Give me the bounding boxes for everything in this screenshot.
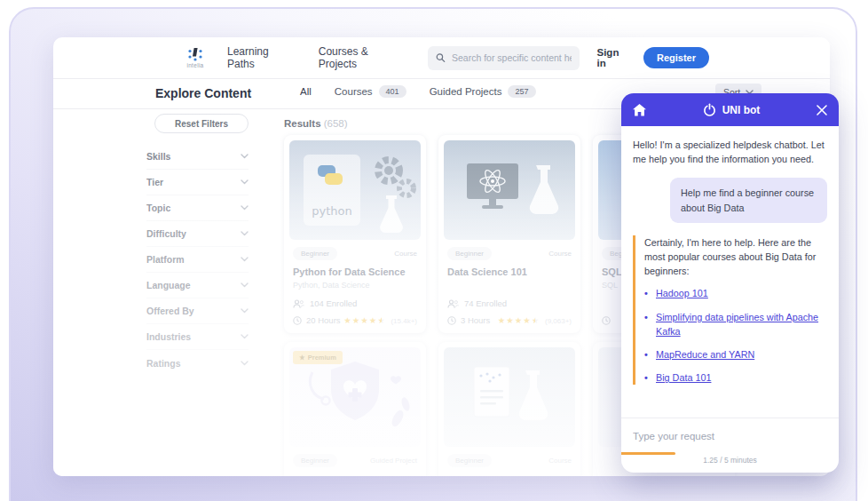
filter-ratings[interactable]: Ratings	[146, 350, 249, 376]
document-flask-illustration	[444, 347, 575, 447]
filter-language[interactable]: Language	[146, 273, 249, 298]
tab-courses[interactable]: Courses 401	[335, 85, 406, 98]
premium-badge: ★ Premium	[293, 351, 343, 364]
duration: 20 Hours	[293, 315, 341, 325]
list-item: MapReduce and YARN	[644, 347, 827, 362]
filter-industries[interactable]: Industries	[146, 324, 249, 350]
chevron-down-icon	[241, 205, 249, 211]
nav-courses-projects[interactable]: Courses & Projects	[319, 45, 406, 70]
bot-greeting-message: Hello! I'm a specialized helpdesk chatbo…	[633, 138, 827, 166]
chatbot-footer: 1.25 / 5 minutes	[621, 418, 839, 473]
star-icons: ★★★★	[498, 315, 532, 325]
level-badge: Beginner	[447, 247, 492, 260]
filter-topic[interactable]: Topic	[146, 195, 249, 221]
session-progress-bar	[621, 452, 675, 455]
level-badge: Beginner	[447, 454, 492, 467]
unibot-logo-icon	[703, 103, 716, 116]
chevron-down-icon	[241, 154, 249, 159]
nav-learning-paths[interactable]: Learning Paths	[227, 45, 296, 70]
level-badge: Beginner	[293, 454, 337, 467]
filter-difficulty[interactable]: Difficulty	[146, 221, 249, 247]
search-input[interactable]	[452, 52, 572, 63]
brand-logo[interactable]: intelia	[186, 48, 204, 68]
half-star-icon: ★	[532, 315, 541, 325]
tab-guided-projects[interactable]: Guided Projects 257	[430, 85, 536, 98]
results-heading: Results (658)	[284, 118, 348, 129]
people-icon	[447, 299, 459, 308]
people-icon	[293, 299, 304, 308]
python-flask-gears-illustration: python	[289, 140, 421, 240]
course-card-healthcare[interactable]: ★ Premium	[284, 342, 426, 476]
rating-count: (9,063+)	[545, 317, 572, 325]
chevron-down-icon	[241, 361, 249, 366]
link-big-data-101[interactable]: Big Data 101	[656, 372, 711, 383]
duration: 3 Hours	[447, 315, 490, 325]
card-badge-row: Beginner Course	[447, 247, 572, 260]
course-card-data-science[interactable]: Beginner Course Data Science 101 74 Enro…	[438, 135, 580, 333]
content-tabs: All Courses 401 Guided Projects 257	[300, 85, 536, 98]
content-type-label: Course	[548, 250, 572, 258]
level-badge: Beginner	[293, 247, 337, 260]
chatbot-messages: Hello! I'm a specialized helpdesk chatbo…	[621, 126, 839, 418]
reset-filters-button[interactable]: Reset Filters	[154, 114, 249, 133]
chatbot-panel: UNI bot Hello! I'm a specialized helpdes…	[621, 93, 839, 473]
tab-guided-projects-label: Guided Projects	[430, 86, 502, 97]
filter-platform[interactable]: Platform	[146, 247, 249, 273]
search-box[interactable]	[428, 46, 579, 70]
link-hadoop-101[interactable]: Hadoop 101	[656, 288, 708, 298]
home-button[interactable]	[633, 104, 646, 116]
bot-response-intro: Certainly, I'm here to help. Here are th…	[644, 235, 827, 279]
rating: ★★★★★ (15.4k+)	[343, 315, 417, 325]
link-apache-kafka[interactable]: Simplifying data pipelines with Apache K…	[656, 312, 818, 337]
tab-courses-label: Courses	[335, 86, 373, 97]
course-card-report[interactable]: Beginner Course	[438, 342, 580, 476]
course-link-list: Hadoop 101 Simplifying data pipelines wi…	[644, 286, 827, 385]
card-meta-row: 3 Hours ★★★★★ (9,063+)	[447, 315, 572, 325]
filter-sidebar: Reset Filters Skills Tier Topic Difficul…	[146, 114, 249, 376]
top-navbar: intelia Learning Paths Courses & Project…	[53, 37, 830, 78]
half-star-icon: ★	[377, 315, 386, 325]
register-button[interactable]: Register	[643, 47, 709, 68]
list-item: Hadoop 101	[644, 286, 827, 300]
filter-offered-by[interactable]: Offered By	[146, 298, 249, 324]
duration-label: 20 Hours	[306, 315, 341, 325]
rating-count: (15.4k+)	[391, 317, 417, 325]
chevron-down-icon	[241, 308, 249, 314]
card-badge-row: Beginner Course	[293, 247, 417, 260]
results-label: Results	[284, 118, 321, 129]
chevron-down-icon	[241, 334, 249, 339]
enrolled-row: 104 Enrolled	[293, 298, 357, 308]
premium-label: Premium	[308, 354, 336, 362]
close-button[interactable]	[817, 105, 827, 115]
session-timer: 1.25 / 5 minutes	[633, 456, 827, 468]
course-card-python[interactable]: python Beginner Course Python for Data S…	[284, 135, 426, 333]
chevron-down-icon	[241, 257, 249, 262]
enrolled-count: 74 Enrolled	[464, 298, 507, 308]
link-mapreduce-yarn[interactable]: MapReduce and YARN	[656, 349, 754, 360]
course-subtitle: SQL	[602, 281, 618, 290]
chat-input[interactable]	[633, 431, 827, 441]
filter-skills[interactable]: Skills	[146, 144, 249, 170]
chatbot-title-group: UNI bot	[646, 103, 817, 116]
duration-label: 3 Hours	[461, 315, 490, 325]
bot-response-message: Certainly, I'm here to help. Here are th…	[633, 235, 827, 386]
course-image-data-science	[444, 140, 575, 240]
content-type-label: Course	[394, 250, 417, 258]
chatbot-header: UNI bot	[621, 93, 839, 126]
page-title: Explore Content	[155, 86, 251, 100]
clock-icon	[293, 316, 302, 325]
filter-tier[interactable]: Tier	[146, 170, 249, 195]
sign-in-button[interactable]: Sign in	[597, 47, 629, 68]
content-type-label: Guided Project	[370, 457, 417, 465]
tab-all[interactable]: All	[300, 86, 312, 97]
card-badge-row: Beginner Course	[447, 454, 572, 467]
tab-courses-count: 401	[379, 85, 406, 98]
rating: ★★★★★ (9,063+)	[498, 315, 572, 325]
course-title: Data Science 101	[447, 266, 572, 277]
content-type-label: Course	[548, 457, 572, 465]
chevron-down-icon	[241, 231, 249, 236]
tab-guided-projects-count: 257	[508, 85, 535, 98]
filter-list: Skills Tier Topic Difficulty Platform	[146, 144, 249, 376]
brand-name: intelia	[186, 62, 203, 68]
premium-star-icon: ★	[299, 354, 305, 362]
